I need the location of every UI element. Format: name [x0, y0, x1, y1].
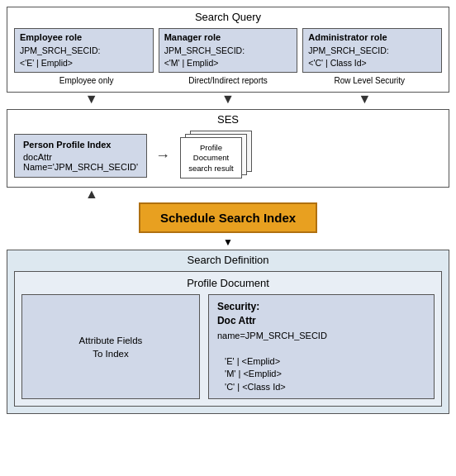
- arrow-down-employee: ▼: [85, 93, 98, 109]
- admin-role-box: Administrator role JPM_SRCH_SECID:<'C' |…: [302, 28, 442, 73]
- role-labels: Employee only Direct/Indirect reports Ro…: [14, 76, 442, 85]
- up-arrow-container: ▲: [7, 188, 449, 201]
- security-title: Security:Doc Attr: [217, 300, 425, 328]
- doc-page-front: Profile Documentsearch result: [180, 137, 242, 178]
- diagram: Search Query Employee role JPM_SRCH_SECI…: [0, 0, 456, 476]
- manager-role-content: JPM_SRCH_SECID:<'M' | Emplid>: [164, 45, 292, 69]
- search-def-section: Search Definition Profile Document Attri…: [7, 250, 449, 414]
- search-query-title: Search Query: [14, 11, 442, 23]
- person-profile-content: docAttrName='JPM_SRCH_SECID': [23, 152, 138, 172]
- person-profile-box: Person Profile Index docAttrName='JPM_SR…: [14, 134, 147, 178]
- arrow-down-center-icon: ▼: [223, 236, 233, 248]
- attr-fields-label: Attribute FieldsTo Index: [79, 334, 143, 360]
- roles-row: Employee role JPM_SRCH_SECID:<'E' | Empl…: [14, 28, 442, 73]
- schedule-btn-row: Schedule Search Index: [7, 202, 449, 233]
- profile-doc-section: Profile Document Attribute FieldsTo Inde…: [14, 271, 442, 407]
- security-content: name=JPM_SRCH_SECID 'E' | <Emplid> 'M' |…: [217, 330, 425, 393]
- arrow-right-icon: →: [155, 147, 170, 164]
- admin-role-content: JPM_SRCH_SECID:<'C' | Class Id>: [308, 45, 436, 69]
- employee-role-title: Employee role: [20, 32, 148, 42]
- employee-role-content: JPM_SRCH_SECID:<'E' | Emplid>: [20, 45, 148, 69]
- ses-section: SES Person Profile Index docAttrName='JP…: [7, 109, 449, 188]
- ses-inner: Person Profile Index docAttrName='JPM_SR…: [14, 131, 442, 180]
- admin-role-title: Administrator role: [308, 32, 436, 42]
- employee-role-box: Employee role JPM_SRCH_SECID:<'E' | Empl…: [14, 28, 154, 73]
- attr-fields-box: Attribute FieldsTo Index: [21, 294, 200, 399]
- manager-role-title: Manager role: [164, 32, 292, 42]
- doc-stack: Profile Documentsearch result: [178, 131, 253, 180]
- search-query-section: Search Query Employee role JPM_SRCH_SECI…: [7, 7, 449, 93]
- down-arrow-center: ▼: [7, 235, 449, 250]
- arrow-down-admin: ▼: [358, 93, 371, 109]
- person-profile-title: Person Profile Index: [23, 140, 138, 150]
- profile-doc-inner: Attribute FieldsTo Index Security:Doc At…: [21, 294, 435, 399]
- employee-label: Employee only: [16, 76, 157, 85]
- search-def-title: Search Definition: [14, 254, 442, 266]
- profile-doc-title: Profile Document: [21, 277, 435, 289]
- security-box: Security:Doc Attr name=JPM_SRCH_SECID 'E…: [208, 294, 435, 399]
- arrow-down-manager: ▼: [221, 93, 235, 109]
- up-arrow-icon: ▲: [85, 187, 98, 202]
- ses-title: SES: [14, 113, 442, 126]
- manager-label: Direct/Indirect reports: [157, 76, 298, 85]
- schedule-search-index-button[interactable]: Schedule Search Index: [139, 202, 317, 233]
- manager-role-box: Manager role JPM_SRCH_SECID:<'M' | Empli…: [159, 28, 298, 73]
- admin-label: Row Level Security: [299, 76, 440, 85]
- arrows-down-1: ▼ ▼ ▼: [23, 93, 433, 109]
